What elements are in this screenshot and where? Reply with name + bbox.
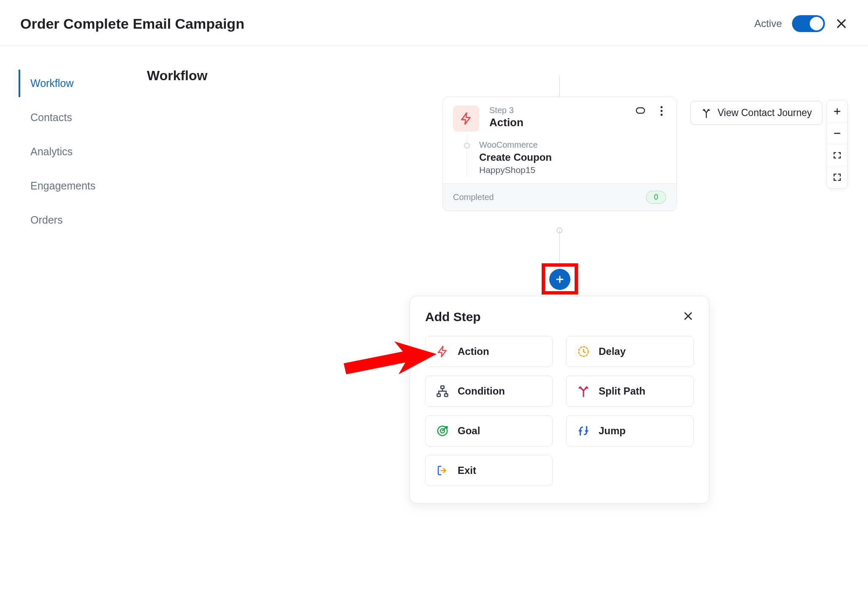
- page-title: Order Complete Email Campaign: [20, 16, 244, 32]
- zoom-out-button[interactable]: [827, 122, 847, 144]
- card-header: Step 3 Action: [443, 97, 676, 138]
- popover-options: Action Delay Condition: [425, 336, 694, 486]
- target-icon: [436, 424, 449, 438]
- step-option-label: Jump: [599, 425, 626, 437]
- minus-icon: [833, 129, 842, 138]
- svg-rect-8: [445, 394, 448, 396]
- sidebar: Workflow Contacts Analytics Engagements …: [0, 46, 139, 590]
- card-footer: Completed 0: [443, 184, 676, 211]
- fit-view-button[interactable]: [827, 144, 847, 166]
- branch-icon: [701, 108, 712, 119]
- sub-dot: [464, 143, 470, 149]
- step-option-label: Split Path: [599, 385, 646, 397]
- sub-connector: [467, 134, 467, 176]
- step-option-condition[interactable]: Condition: [425, 376, 553, 407]
- action-value: HappyShop15: [479, 165, 666, 175]
- add-step-button[interactable]: [549, 269, 570, 290]
- sub-content: WooCommerce Create Coupon HappyShop15: [467, 140, 666, 175]
- connector-line: [559, 76, 560, 97]
- svg-rect-7: [437, 394, 441, 396]
- split-icon: [577, 384, 590, 398]
- step-option-label: Exit: [458, 465, 476, 476]
- step-option-action[interactable]: Action: [425, 336, 553, 367]
- popover-header: Add Step: [425, 310, 694, 324]
- popover-title: Add Step: [425, 310, 481, 324]
- journey-button-label: View Contact Journey: [718, 107, 812, 119]
- sidebar-item-label: Analytics: [30, 146, 73, 157]
- step-option-label: Condition: [458, 385, 505, 397]
- comment-button[interactable]: [635, 105, 646, 118]
- action-category: WooCommerce: [479, 140, 666, 150]
- close-icon: [683, 311, 694, 322]
- svg-rect-6: [441, 386, 444, 389]
- completed-label: Completed: [453, 192, 494, 202]
- close-icon: [835, 17, 848, 30]
- step-option-jump[interactable]: Jump: [566, 415, 694, 446]
- bolt-icon: [459, 112, 473, 125]
- svg-point-1: [661, 106, 663, 108]
- zoom-in-button[interactable]: [827, 100, 847, 122]
- sidebar-item-workflow[interactable]: Workflow: [19, 70, 139, 97]
- step-option-label: Action: [458, 346, 489, 357]
- plus-icon: [833, 107, 842, 116]
- header-right: Active: [754, 15, 848, 32]
- fit-icon: [833, 151, 842, 160]
- fullscreen-button[interactable]: [827, 166, 847, 188]
- card-title-block: Step 3 Action: [489, 105, 625, 129]
- zoom-controls: [827, 100, 848, 189]
- step-option-label: Goal: [458, 425, 480, 437]
- workflow-content: Workflow Step 3 Action: [139, 46, 868, 590]
- header: Order Complete Email Campaign Active: [0, 0, 868, 46]
- active-toggle[interactable]: [792, 15, 825, 32]
- step-option-delay[interactable]: Delay: [566, 336, 694, 367]
- sidebar-item-engagements[interactable]: Engagements: [19, 172, 139, 200]
- sitemap-icon: [436, 384, 449, 398]
- chat-bubble-icon: [635, 105, 646, 116]
- sidebar-item-contacts[interactable]: Contacts: [19, 104, 139, 131]
- step-option-split-path[interactable]: Split Path: [566, 376, 694, 407]
- step-label: Step 3: [489, 105, 625, 115]
- sidebar-item-label: Workflow: [30, 77, 73, 89]
- card-head-icons: [635, 105, 666, 118]
- action-icon-box: [453, 105, 479, 132]
- expand-icon: [833, 173, 842, 182]
- plus-icon: [555, 274, 565, 284]
- action-name: Create Coupon: [479, 151, 666, 163]
- kebab-icon: [660, 105, 663, 116]
- exit-icon: [436, 464, 449, 477]
- workflow-step-card[interactable]: Step 3 Action: [442, 97, 677, 211]
- svg-point-3: [661, 114, 663, 116]
- jump-icon: [577, 424, 590, 438]
- svg-point-2: [661, 110, 663, 112]
- view-contact-journey-button[interactable]: View Contact Journey: [690, 101, 822, 125]
- close-button[interactable]: [835, 17, 848, 30]
- active-label: Active: [754, 18, 782, 30]
- svg-rect-0: [636, 108, 645, 113]
- step-option-goal[interactable]: Goal: [425, 415, 553, 446]
- completed-count-badge[interactable]: 0: [646, 191, 666, 204]
- main: Workflow Contacts Analytics Engagements …: [0, 46, 868, 590]
- clock-icon: [577, 345, 590, 358]
- workflow-canvas[interactable]: Step 3 Action: [139, 46, 868, 590]
- sidebar-item-label: Contacts: [30, 111, 72, 123]
- sidebar-item-analytics[interactable]: Analytics: [19, 138, 139, 165]
- sidebar-item-label: Engagements: [30, 180, 95, 192]
- sidebar-item-orders[interactable]: Orders: [19, 206, 139, 234]
- popover-close-button[interactable]: [683, 311, 694, 323]
- step-title: Action: [489, 116, 625, 129]
- step-menu-button[interactable]: [657, 105, 666, 118]
- add-step-popover: Add Step Action: [410, 296, 709, 503]
- toggle-knob: [810, 17, 823, 30]
- bolt-icon: [436, 345, 449, 358]
- sidebar-item-label: Orders: [30, 214, 62, 226]
- step-option-label: Delay: [599, 346, 626, 357]
- card-sub: WooCommerce Create Coupon HappyShop15: [443, 138, 676, 184]
- step-option-exit[interactable]: Exit: [425, 455, 553, 486]
